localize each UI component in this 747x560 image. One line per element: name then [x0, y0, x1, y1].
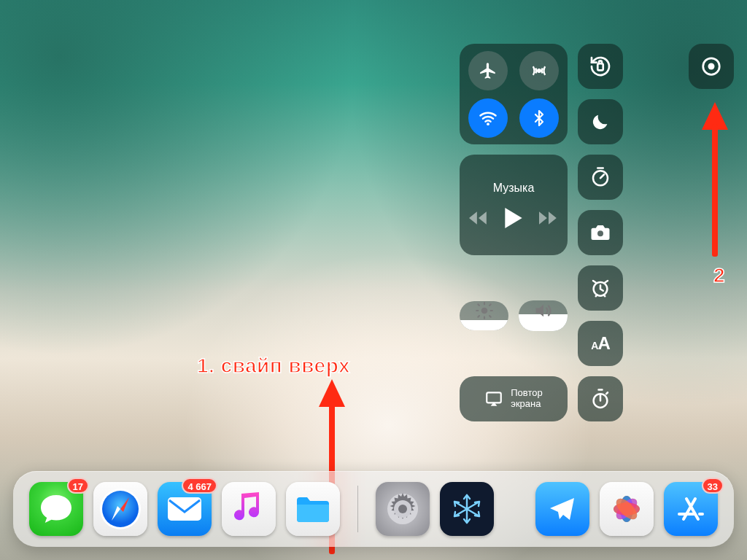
volume-icon — [533, 300, 554, 321]
dock-separator — [357, 486, 358, 532]
volume-slider[interactable] — [519, 300, 568, 331]
orientation-lock-toggle[interactable] — [578, 44, 623, 89]
svg-point-10 — [708, 63, 715, 70]
play-icon[interactable] — [504, 208, 523, 228]
cellular-data-toggle[interactable] — [519, 51, 559, 90]
text-size-icon: AA — [591, 333, 609, 354]
wifi-icon — [478, 108, 498, 128]
svg-point-0 — [538, 69, 541, 72]
wifi-toggle[interactable] — [468, 98, 508, 138]
timer-icon — [589, 166, 611, 188]
svg-rect-2 — [597, 63, 603, 70]
media-title: Музыка — [493, 182, 535, 195]
airplane-icon — [479, 61, 498, 80]
telegram-icon — [546, 493, 578, 525]
do-not-disturb-toggle[interactable] — [578, 99, 623, 144]
stopwatch-icon — [589, 388, 611, 410]
airplane-mode-toggle[interactable] — [468, 51, 508, 90]
connectivity-group — [460, 44, 568, 144]
photos-icon — [607, 489, 646, 529]
dock-app-messages[interactable]: 17 — [29, 482, 83, 536]
svg-point-5 — [481, 308, 487, 314]
appstore-icon — [674, 492, 708, 526]
mail-badge: 4 667 — [182, 478, 217, 494]
text-size-button[interactable]: AA — [578, 321, 623, 366]
annotation-label-2: 2 — [713, 264, 725, 287]
alarm-clock-icon — [589, 277, 611, 299]
antenna-icon — [529, 61, 549, 81]
dock-app-music[interactable] — [222, 482, 276, 536]
svg-rect-16 — [168, 497, 201, 521]
dock-app-appstore[interactable]: 33 — [664, 482, 718, 536]
camera-icon — [589, 222, 611, 244]
dock-app-safari[interactable] — [93, 482, 147, 536]
dock-app-mail[interactable]: 4 667 — [158, 482, 212, 536]
brightness-icon — [475, 301, 494, 320]
brightness-slider[interactable] — [460, 301, 508, 330]
dock: 17 4 667 33 — [13, 471, 734, 547]
dock-app-telegram[interactable] — [535, 482, 589, 536]
dock-app-photos[interactable] — [600, 482, 654, 536]
svg-point-4 — [597, 230, 603, 236]
svg-point-19 — [398, 505, 407, 513]
stopwatch-button[interactable] — [578, 376, 623, 421]
timer-button[interactable] — [578, 155, 623, 200]
svg-point-1 — [487, 122, 489, 125]
previous-track-icon[interactable] — [469, 211, 488, 225]
screen-record-button[interactable] — [689, 44, 734, 89]
snowflake-icon — [450, 492, 484, 526]
music-note-icon — [234, 492, 263, 526]
mail-icon — [166, 496, 203, 522]
dock-app-custom[interactable] — [440, 482, 494, 536]
control-center-panel: Музыка AA Повтор экран — [460, 44, 677, 421]
safari-icon — [97, 486, 144, 532]
dock-app-files[interactable] — [286, 482, 340, 536]
airplay-icon — [484, 389, 503, 408]
appstore-badge: 33 — [702, 478, 724, 494]
dock-app-settings[interactable] — [376, 482, 430, 536]
messages-icon — [39, 494, 73, 524]
svg-rect-7 — [487, 392, 502, 402]
next-track-icon[interactable] — [539, 211, 558, 225]
bluetooth-icon — [530, 109, 548, 127]
record-icon — [700, 55, 722, 77]
rotation-lock-icon — [589, 55, 612, 78]
screen-mirroring-label: Повтор экрана — [511, 388, 542, 410]
screen-mirroring-button[interactable]: Повтор экрана — [460, 376, 568, 421]
sliders-group — [460, 265, 568, 366]
alarm-button[interactable] — [578, 265, 623, 311]
messages-badge: 17 — [67, 478, 89, 494]
media-playback-module[interactable]: Музыка — [460, 155, 568, 255]
camera-button[interactable] — [578, 210, 623, 255]
annotation-label-1: 1. свайп вверх — [197, 354, 350, 378]
moon-icon — [590, 112, 611, 132]
gear-icon — [384, 490, 422, 528]
bluetooth-toggle[interactable] — [519, 98, 559, 138]
files-icon — [295, 494, 331, 524]
